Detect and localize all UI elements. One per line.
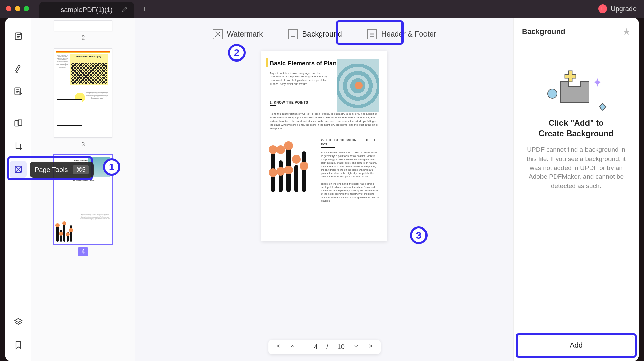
last-page-icon[interactable] xyxy=(368,343,373,351)
header-footer-icon xyxy=(367,29,377,39)
maximize-window-icon[interactable] xyxy=(24,6,29,11)
add-background-button[interactable]: Add xyxy=(519,336,634,355)
watermark-icon xyxy=(213,29,223,39)
total-pages: 10 xyxy=(337,343,345,351)
tooltip-shortcut: ⌘5 xyxy=(73,165,89,174)
thumbnail-number: 3 xyxy=(39,141,128,148)
next-page-icon[interactable] xyxy=(353,343,359,351)
annotation-number-3: 3 xyxy=(410,226,428,244)
tab-label: Header & Footer xyxy=(381,30,436,39)
page-tools-tooltip: Page Tools ⌘5 xyxy=(30,162,94,178)
prev-page-icon[interactable] xyxy=(290,343,295,351)
thumbnail-image xyxy=(54,20,112,31)
annotation-highlight-3: Add xyxy=(516,333,637,358)
page-separator: / xyxy=(326,343,328,351)
upgrade-area[interactable]: L Upgrade xyxy=(598,4,637,13)
empty-state-title: Click "Add" to Create Background xyxy=(522,118,630,139)
properties-panel: Background ★ ✦ Click "Add" to Create Bac… xyxy=(513,18,639,361)
edit-text-tool[interactable] xyxy=(10,83,27,100)
titlebar: samplePDF(1)(1) + L Upgrade xyxy=(0,0,644,18)
tab-title: samplePDF(1)(1) xyxy=(61,6,112,14)
empty-state-description: UPDF cannot find a background in this fi… xyxy=(522,145,630,190)
panel-title: Background xyxy=(522,27,565,36)
thumbnail-number: 4 xyxy=(78,247,88,256)
tab-header-footer[interactable]: Header & Footer xyxy=(361,26,442,43)
doc-image-top xyxy=(337,59,379,112)
doc-body-1: Point, the interpretation of "Ci Hai" is… xyxy=(270,112,379,130)
reader-tool[interactable] xyxy=(10,28,27,45)
thumbnail-number: 2 xyxy=(39,34,128,42)
document-viewport: Watermark Background Header & Footer Bas… xyxy=(135,18,513,361)
document-page[interactable]: Basic Elements of Plane Space Any art co… xyxy=(261,51,387,241)
left-icon-bar xyxy=(5,18,31,361)
tab-background[interactable]: Background xyxy=(282,26,348,43)
first-page-icon[interactable] xyxy=(276,343,281,351)
annotation-number-1: 1 xyxy=(103,158,120,176)
thumbnail-page-2[interactable]: 2 xyxy=(39,20,128,42)
minimize-window-icon[interactable] xyxy=(15,6,20,11)
bookmark-tool[interactable] xyxy=(10,337,27,354)
highlighter-tool[interactable] xyxy=(10,60,27,77)
crop-tool[interactable] xyxy=(10,138,27,155)
tab-watermark[interactable]: Watermark xyxy=(207,26,269,43)
doc-heading-2: 2. THE EXPRESSION OF THE xyxy=(321,138,379,142)
thumbnail-page-3[interactable]: Lorem ipsum dolor sit amet consectetur a… xyxy=(39,48,128,148)
svg-rect-6 xyxy=(370,32,374,36)
separator-icon xyxy=(14,52,22,52)
layers-tool[interactable] xyxy=(10,314,27,331)
organize-pages-tool[interactable] xyxy=(10,115,27,132)
app-window: 2 Lorem ipsum dolor sit amet consectetur… xyxy=(5,18,639,361)
thumbnail-image: Lorem ipsum dolor sit amet consectetur a… xyxy=(54,48,112,138)
doc-body-3: space, on the one hand, the point has a … xyxy=(321,182,379,203)
upgrade-label: Upgrade xyxy=(611,5,637,13)
page-navigator: / 10 xyxy=(268,340,381,354)
tab-label: Background xyxy=(302,30,342,39)
rename-tab-icon[interactable] xyxy=(122,6,129,14)
background-icon xyxy=(288,29,298,39)
doc-body-2: Point, the interpretation of "Ci Hai" is… xyxy=(321,151,379,179)
svg-rect-5 xyxy=(291,32,295,36)
separator-icon xyxy=(14,107,22,107)
favorite-icon[interactable]: ★ xyxy=(623,27,630,37)
tab-label: Watermark xyxy=(227,30,263,39)
empty-state-illustration: ✦ xyxy=(549,74,603,111)
tooltip-label: Page Tools xyxy=(34,166,68,174)
document-tab[interactable]: samplePDF(1)(1) xyxy=(39,2,134,18)
doc-image-bottom xyxy=(270,138,314,192)
annotation-number-2: 2 xyxy=(228,44,246,62)
window-controls xyxy=(6,6,29,11)
current-page-input[interactable] xyxy=(304,343,318,351)
close-window-icon[interactable] xyxy=(6,6,12,11)
new-tab-button[interactable]: + xyxy=(142,4,147,14)
page-tools-tool[interactable] xyxy=(10,161,27,178)
user-avatar[interactable]: L xyxy=(598,4,607,13)
thumbnail-panel[interactable]: 2 Lorem ipsum dolor sit amet consectetur… xyxy=(31,18,135,361)
doc-lead: Any art contains its own language, and t… xyxy=(270,72,330,86)
